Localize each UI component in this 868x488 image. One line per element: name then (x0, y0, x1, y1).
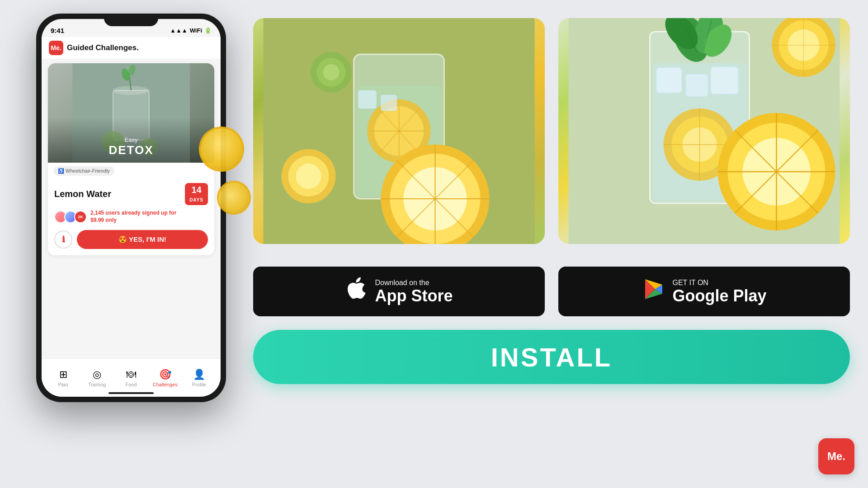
home-indicator (108, 392, 154, 394)
phone-notch (104, 14, 158, 26)
google-play-icon (642, 277, 665, 306)
apple-small-text: Download on the (375, 279, 453, 287)
apple-store-button[interactable]: Download on the App Store (253, 267, 545, 316)
wifi-icon: WiFi (190, 27, 202, 34)
profile-label: Profile (192, 382, 206, 387)
plan-icon: ⊞ (59, 369, 67, 380)
card-info: Lemon Water 14 DAYS 2K 2,14 (48, 179, 214, 255)
svg-rect-36 (686, 75, 708, 96)
lemon-image-2-inner (558, 18, 850, 244)
app-logo: Me. (49, 41, 63, 55)
price-text: $9.99 only (90, 217, 117, 223)
profile-icon: 👤 (193, 369, 205, 380)
svg-rect-30 (359, 90, 377, 108)
phone-shell: 9:41 ▲▲▲ WiFi 🔋 Me. Guided Challenges. (36, 14, 226, 402)
action-row[interactable]: ℹ 😍 YES, I'M IN! (54, 230, 208, 249)
days-label: DAYS (189, 197, 203, 202)
svg-rect-31 (381, 95, 397, 111)
me-logo-corner: Me. (818, 438, 854, 474)
svg-point-26 (296, 164, 321, 189)
difficulty-label: Easy (48, 136, 214, 143)
users-text: 2,145 users already signed up for $9.99 … (90, 210, 176, 224)
install-label: INSTALL (491, 342, 613, 372)
training-icon: ◎ (93, 369, 101, 380)
install-button[interactable]: INSTALL (253, 330, 850, 384)
avatar-stack: 2K (54, 211, 87, 223)
yes-im-in-button[interactable]: 😍 YES, I'M IN! (77, 230, 208, 249)
challenge-card: Easy DETOX ♿ Wheelchair-Friendly Lemon W… (48, 63, 214, 255)
apple-icon (345, 277, 368, 306)
nav-profile[interactable]: 👤 Profile (182, 369, 216, 387)
right-content: Download on the App Store GET IT ON Goog… (253, 18, 850, 384)
challenges-label: Challenges (153, 382, 178, 387)
lemon-scene-svg-1 (253, 18, 545, 244)
svg-rect-37 (711, 67, 738, 94)
status-time: 9:41 (51, 27, 64, 34)
nav-food[interactable]: 🍽 Food (114, 369, 148, 387)
card-text-overlay: Easy DETOX (48, 136, 214, 157)
app-title: Guided Challenges. (67, 43, 139, 52)
app-header: Me. Guided Challenges. (42, 37, 221, 59)
challenge-detox-label: DETOX (48, 143, 214, 157)
card-hero-image: Easy DETOX (48, 63, 214, 163)
phone-screen: 9:41 ▲▲▲ WiFi 🔋 Me. Guided Challenges. (42, 19, 221, 397)
nav-challenges[interactable]: 🎯 Challenges (148, 369, 182, 387)
days-number: 14 (189, 185, 203, 195)
google-play-button[interactable]: GET IT ON Google Play (558, 267, 850, 316)
food-label: Food (125, 382, 137, 387)
battery-icon: 🔋 (204, 27, 212, 34)
training-label: Training (88, 382, 106, 387)
apple-store-text: Download on the App Store (375, 279, 453, 304)
badge-row: ♿ Wheelchair-Friendly (48, 163, 214, 179)
food-image-2 (558, 18, 850, 244)
users-row: 2K 2,145 users already signed up for $9.… (54, 210, 208, 224)
nav-plan[interactable]: ⊞ Plan (46, 369, 80, 387)
food-images-row (253, 18, 850, 244)
status-icons: ▲▲▲ WiFi 🔋 (170, 27, 212, 34)
bottom-nav: ⊞ Plan ◎ Training 🍽 Food 🎯 Challenges 👤 (42, 358, 221, 397)
lemon-image-1-inner (253, 18, 545, 244)
google-play-text: GET IT ON Google Play (672, 279, 766, 304)
challenge-title: Lemon Water (54, 189, 111, 199)
info-button[interactable]: ℹ (54, 230, 72, 249)
card-title-row: Lemon Water 14 DAYS (54, 183, 208, 205)
phone-mockup: 9:41 ▲▲▲ WiFi 🔋 Me. Guided Challenges. (36, 14, 226, 402)
google-small-text: GET IT ON (672, 279, 766, 287)
lemon-scene-svg-2 (558, 18, 850, 244)
days-badge: 14 DAYS (185, 183, 208, 205)
svg-point-29 (323, 64, 340, 80)
challenges-icon: 🎯 (159, 369, 171, 380)
svg-rect-35 (657, 68, 682, 93)
google-big-text: Google Play (672, 288, 766, 304)
store-buttons[interactable]: Download on the App Store GET IT ON Goog… (253, 267, 850, 316)
plan-label: Plan (58, 382, 68, 387)
signed-up-text: 2,145 users already signed up for (90, 210, 176, 216)
food-image-1 (253, 18, 545, 244)
signal-icon: ▲▲▲ (170, 27, 188, 34)
avatar-count: 2K (74, 211, 87, 223)
accessibility-badge: ♿ Wheelchair-Friendly (53, 166, 114, 176)
apple-big-text: App Store (375, 288, 453, 304)
nav-training[interactable]: ◎ Training (80, 369, 114, 387)
food-icon: 🍽 (126, 369, 136, 380)
